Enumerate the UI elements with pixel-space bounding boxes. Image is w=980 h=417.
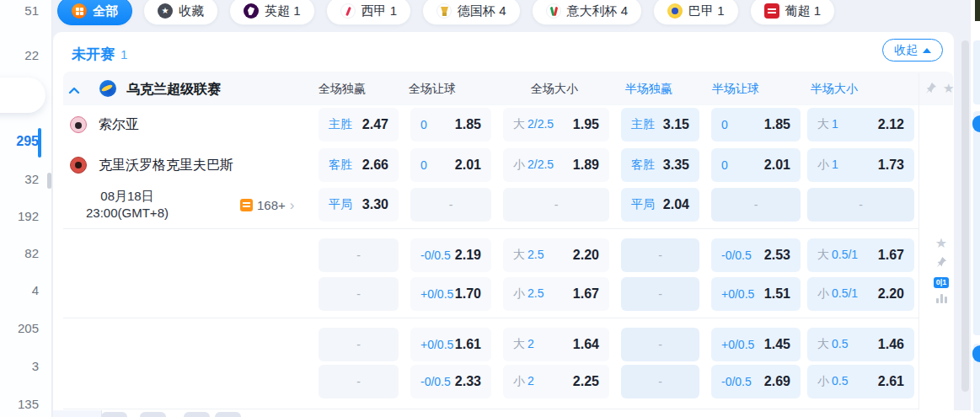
sidebar-selected-pill[interactable] <box>0 78 46 113</box>
tab-laliga[interactable]: 西甲 1 <box>326 0 412 25</box>
fav-icon: ★ <box>158 3 173 19</box>
odds-cell[interactable]: - <box>621 238 699 272</box>
league-logo-icon <box>99 80 116 97</box>
pin-icon[interactable] <box>924 82 937 98</box>
stats-chart-icon[interactable] <box>936 294 947 303</box>
odds-cell[interactable]: 02.01 <box>410 148 491 182</box>
away-team-row[interactable]: 克里沃罗格克里夫巴斯 <box>70 148 233 182</box>
away-team-name: 克里沃罗格克里夫巴斯 <box>99 157 233 174</box>
tab-fav[interactable]: ★收藏 <box>143 0 218 25</box>
odds-cell[interactable]: -0/0.52.69 <box>711 365 801 398</box>
tab-bra[interactable]: 巴甲 1 <box>653 0 739 25</box>
odds-cell[interactable]: 平局3.30 <box>319 188 399 222</box>
odds-cell[interactable]: - <box>621 328 699 361</box>
odds-cell[interactable]: - <box>319 277 399 311</box>
odds-cell[interactable]: -0/0.52.53 <box>711 238 801 272</box>
tab-dfb[interactable]: 德国杯 4 <box>422 0 521 25</box>
odds-cell[interactable]: 小11.73 <box>807 148 914 182</box>
odds-label: 大0.5/1 <box>817 248 858 263</box>
odds-cell[interactable]: 小2.51.67 <box>503 277 609 311</box>
odds-cell[interactable]: -0/0.52.33 <box>410 365 491 398</box>
odds-cell[interactable]: 主胜2.47 <box>319 108 399 142</box>
odds-cell[interactable]: +0/0.51.70 <box>410 277 491 311</box>
odds-cell[interactable]: 大12.12 <box>807 108 914 142</box>
tab-pl[interactable]: 英超 1 <box>229 0 315 25</box>
odds-cell[interactable]: 01.85 <box>711 108 801 142</box>
odds-cell[interactable]: - <box>319 328 399 361</box>
league-filter-tabbar: 全部★收藏英超 1西甲 1德国杯 4意大利杯 4巴甲 1葡超 1 <box>57 0 835 25</box>
sidebar-league-count[interactable]: 205 <box>18 321 39 335</box>
markets-count: 168+ <box>257 198 286 212</box>
odds-label: 小2 <box>513 374 534 389</box>
chevron-up-icon[interactable] <box>68 83 80 98</box>
sidebar-league-count[interactable]: 32 <box>24 172 39 186</box>
clipped-blue-button[interactable] <box>972 115 980 132</box>
column-header: 全场让球 <box>409 82 456 97</box>
odds-value: 1.67 <box>878 248 904 263</box>
odds-cell[interactable]: 主胜3.15 <box>621 108 699 142</box>
section-status: 未开赛1 <box>72 45 127 64</box>
odds-cell[interactable]: +0/0.51.51 <box>711 277 801 311</box>
sidebar-scrollbar-thumb[interactable] <box>47 173 51 189</box>
sidebar-league-count[interactable]: 135 <box>18 397 39 411</box>
empty-odds: - <box>356 249 361 262</box>
clipped-blue-button[interactable] <box>972 345 980 362</box>
odds-cell[interactable]: - <box>711 188 801 222</box>
over-under-prefix: 小 <box>817 286 829 300</box>
odds-cell[interactable]: - <box>319 238 399 272</box>
tab-coppa[interactable]: 意大利杯 4 <box>532 0 643 25</box>
score-badge[interactable]: 0|1 <box>934 277 950 288</box>
empty-odds: - <box>859 198 863 211</box>
over-under-prefix: 大 <box>513 117 525 131</box>
odds-value: 1.61 <box>455 337 481 352</box>
collapse-button[interactable]: 收起 <box>882 39 943 61</box>
odds-cell[interactable]: 小0.52.61 <box>807 365 914 398</box>
odds-cell[interactable]: 大0.51.46 <box>807 328 914 361</box>
sidebar-league-count[interactable]: 4 <box>32 283 39 297</box>
more-markets-link[interactable]: 168+ › <box>240 188 294 222</box>
odds-cell[interactable]: - <box>319 365 399 398</box>
sidebar-league-count[interactable]: 82 <box>24 246 39 260</box>
odds-value: 1.46 <box>878 337 904 352</box>
sidebar-league-count[interactable]: 192 <box>18 209 39 223</box>
sidebar-league-count[interactable]: 295 <box>16 134 39 149</box>
odds-cell[interactable]: 客胜2.66 <box>319 148 399 182</box>
odds-cell[interactable]: 大21.64 <box>503 328 609 361</box>
odds-cell[interactable]: 小2/2.51.89 <box>503 148 609 182</box>
odds-cell[interactable]: 小22.25 <box>503 365 609 398</box>
odds-cell[interactable]: -0/0.52.19 <box>410 238 491 272</box>
odds-cell[interactable]: 01.85 <box>410 108 491 142</box>
tab-all[interactable]: 全部 <box>57 0 132 25</box>
odds-cell[interactable]: 小0.5/12.20 <box>807 277 914 311</box>
home-team-row[interactable]: 索尔亚 <box>70 108 139 142</box>
favorite-star-icon[interactable]: ★ <box>935 237 947 250</box>
odds-cell[interactable]: - <box>621 277 699 311</box>
odds-cell[interactable]: - <box>410 188 491 222</box>
odds-value: 1.85 <box>455 117 481 132</box>
odds-label: -0/0.5 <box>420 375 451 388</box>
odds-value: 2.01 <box>764 158 790 173</box>
odds-cell[interactable]: 客胜3.35 <box>621 148 699 182</box>
odds-cell[interactable]: +0/0.51.45 <box>711 328 801 361</box>
sidebar-league-count[interactable]: 51 <box>24 3 39 18</box>
odds-cell[interactable]: +0/0.51.61 <box>410 328 491 361</box>
vertical-scrollbar[interactable] <box>961 40 969 392</box>
odds-label: 小1 <box>817 158 838 173</box>
chevron-right-icon: › <box>290 198 295 212</box>
sidebar-league-count[interactable]: 22 <box>24 48 39 62</box>
group-divider <box>63 228 918 229</box>
odds-cell[interactable]: 02.01 <box>711 148 801 182</box>
sidebar-league-count[interactable]: 3 <box>32 359 39 373</box>
odds-cell[interactable]: - <box>807 188 914 222</box>
odds-cell[interactable]: 大2.52.20 <box>503 238 609 272</box>
pin-icon[interactable] <box>935 256 947 271</box>
odds-cell[interactable]: - <box>503 188 609 222</box>
tab-por[interactable]: 葡超 1 <box>750 0 836 25</box>
clipped-cell <box>53 410 102 417</box>
odds-cell[interactable]: 平局2.04 <box>621 188 699 222</box>
over-under-prefix: 大 <box>817 248 829 261</box>
odds-cell[interactable]: - <box>621 365 699 398</box>
odds-cell[interactable]: 大0.5/11.67 <box>807 238 914 272</box>
odds-cell[interactable]: 大2/2.51.95 <box>503 108 609 142</box>
star-icon[interactable]: ★ <box>943 81 954 96</box>
